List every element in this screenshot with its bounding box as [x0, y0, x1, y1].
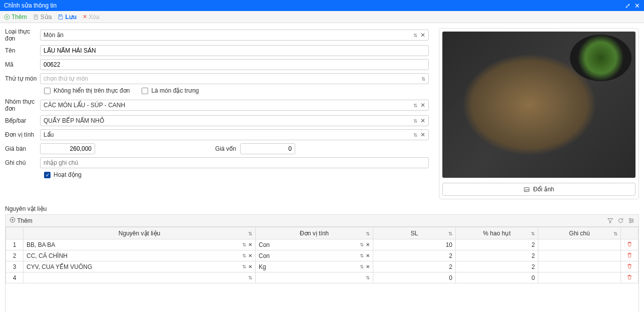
delete-button[interactable]: ✕ Xóa: [83, 14, 99, 21]
cell-note[interactable]: [538, 261, 621, 272]
active-label: Hoạt động: [54, 171, 82, 178]
add-button[interactable]: Thêm: [4, 14, 27, 21]
sort-icon: ⇅: [448, 230, 452, 236]
unit-value: Lẩu: [44, 131, 54, 138]
trash-icon: [626, 252, 632, 258]
cost-input[interactable]: [240, 143, 295, 154]
cell-qty[interactable]: 10: [373, 239, 456, 250]
clear-icon[interactable]: ✕: [420, 32, 425, 39]
grid-add-button[interactable]: Thêm: [10, 217, 33, 224]
clear-icon[interactable]: ✕: [366, 253, 370, 258]
clear-icon[interactable]: ✕: [248, 253, 252, 258]
cell-unit[interactable]: ⇅: [256, 272, 373, 283]
delete-row-button[interactable]: [621, 239, 638, 250]
window-controls: ⤢ ✕: [625, 2, 640, 10]
chevron-updown-icon: ⇅: [366, 275, 370, 280]
cell-loss[interactable]: 2: [456, 261, 538, 272]
cell-qty[interactable]: 0: [373, 272, 456, 283]
price-input[interactable]: [40, 143, 95, 154]
kitchen-label: Bếp/bar: [5, 117, 40, 124]
clear-icon[interactable]: ✕: [420, 102, 425, 109]
chevron-updown-icon: ⇅: [360, 264, 364, 269]
chevron-updown-icon: ⇅: [413, 103, 417, 108]
cell-note[interactable]: [538, 272, 621, 283]
edit-button[interactable]: Sửa: [33, 14, 52, 21]
save-icon: [58, 14, 64, 20]
cell-name[interactable]: BB, BA BA⇅✕: [24, 239, 256, 250]
cell-note[interactable]: [538, 239, 621, 250]
dish-image: [442, 32, 635, 178]
grid-add-label: Thêm: [17, 217, 33, 224]
change-image-button[interactable]: Đổi ảnh: [442, 183, 635, 196]
name-label: Tên: [5, 47, 40, 54]
clear-icon[interactable]: ✕: [366, 242, 370, 247]
cell-unit[interactable]: Con⇅✕: [256, 250, 373, 261]
special-checkbox[interactable]: Là món đặc trưng: [142, 87, 199, 94]
svg-point-8: [630, 222, 631, 223]
plus-circle-icon: [10, 217, 16, 223]
cell-unit[interactable]: Con⇅✕: [256, 239, 373, 250]
settings-icon[interactable]: [628, 217, 634, 224]
clear-icon[interactable]: ✕: [420, 131, 425, 138]
hide-label: Không hiển thị trên thực đơn: [54, 87, 130, 94]
col-actions: [621, 227, 638, 239]
cell-loss[interactable]: 2: [456, 239, 538, 250]
change-image-label: Đổi ảnh: [533, 186, 554, 193]
menu-type-select[interactable]: Món ăn ⇅✕: [40, 30, 429, 41]
clear-icon[interactable]: ✕: [248, 242, 252, 247]
title-bar: Chỉnh sửa thông tin ⤢ ✕: [0, 0, 644, 11]
chevron-updown-icon: ⇅: [242, 264, 246, 269]
save-button[interactable]: Lưu: [58, 14, 77, 21]
order-select[interactable]: chọn thứ tự món ⇅: [40, 73, 429, 84]
cell-unit[interactable]: Kg⇅✕: [256, 261, 373, 272]
delete-row-button[interactable]: [621, 250, 638, 261]
cell-loss[interactable]: 0: [456, 272, 538, 283]
cell-qty[interactable]: 2: [373, 250, 456, 261]
toolbar: Thêm Sửa Lưu ✕ Xóa: [0, 11, 644, 23]
delete-row-button[interactable]: [621, 261, 638, 272]
col-loss[interactable]: % hao hụt⇅: [456, 227, 538, 239]
cell-note[interactable]: [538, 250, 621, 261]
row-index: 4: [6, 272, 24, 283]
refresh-icon[interactable]: [617, 217, 624, 224]
cell-loss[interactable]: 2: [456, 250, 538, 261]
active-checkbox[interactable]: ✓ Hoạt động: [44, 171, 82, 178]
kitchen-select[interactable]: QUẦY BẾP NẤM NHỎ ⇅✕: [40, 115, 429, 126]
col-index: [6, 227, 24, 239]
chevron-updown-icon: ⇅: [360, 253, 364, 258]
hide-checkbox[interactable]: Không hiển thị trên thực đơn: [44, 87, 130, 94]
name-input[interactable]: [40, 45, 429, 56]
cell-qty[interactable]: 2: [373, 261, 456, 272]
close-icon[interactable]: ✕: [634, 2, 640, 10]
col-note[interactable]: Ghi chú⇅: [538, 227, 621, 239]
image-icon: [523, 186, 530, 193]
filter-icon[interactable]: [607, 217, 613, 224]
code-label: Mã: [5, 61, 40, 68]
note-input[interactable]: [40, 157, 429, 168]
clear-icon[interactable]: ✕: [420, 117, 425, 124]
price-label: Giá bán: [5, 145, 40, 152]
clear-icon[interactable]: ✕: [366, 264, 370, 269]
col-qty[interactable]: SL⇅: [373, 227, 456, 239]
code-input[interactable]: [40, 59, 429, 70]
unit-select[interactable]: Lẩu ⇅✕: [40, 129, 429, 140]
group-select[interactable]: CÁC MÓN LẨU - SÚP - CANH ⇅✕: [40, 100, 429, 111]
chevron-updown-icon: ⇅: [413, 33, 417, 38]
window-title: Chỉnh sửa thông tin: [4, 2, 57, 9]
chevron-updown-icon: ⇅: [413, 132, 417, 138]
sort-icon: ⇅: [531, 230, 535, 236]
table-row: 2CC, CÁ CHÌNH⇅✕Con⇅✕22: [6, 250, 638, 261]
col-unit[interactable]: Đơn vị tính⇅: [256, 227, 373, 239]
checkbox-checked-icon: ✓: [44, 172, 51, 178]
chevron-updown-icon: ⇅: [421, 76, 425, 82]
cell-name[interactable]: ⇅: [24, 272, 256, 283]
save-label: Lưu: [65, 14, 77, 21]
delete-row-button[interactable]: [621, 272, 638, 283]
clear-icon[interactable]: ✕: [248, 264, 252, 269]
col-name[interactable]: Nguyên vật liệu⇅: [24, 227, 256, 239]
cell-name[interactable]: CYV, CUA YẾM VUÔNG⇅✕: [24, 261, 256, 272]
delete-label: Xóa: [89, 14, 99, 21]
trash-icon: [626, 274, 632, 280]
maximize-icon[interactable]: ⤢: [625, 2, 630, 10]
cell-name[interactable]: CC, CÁ CHÌNH⇅✕: [24, 250, 256, 261]
